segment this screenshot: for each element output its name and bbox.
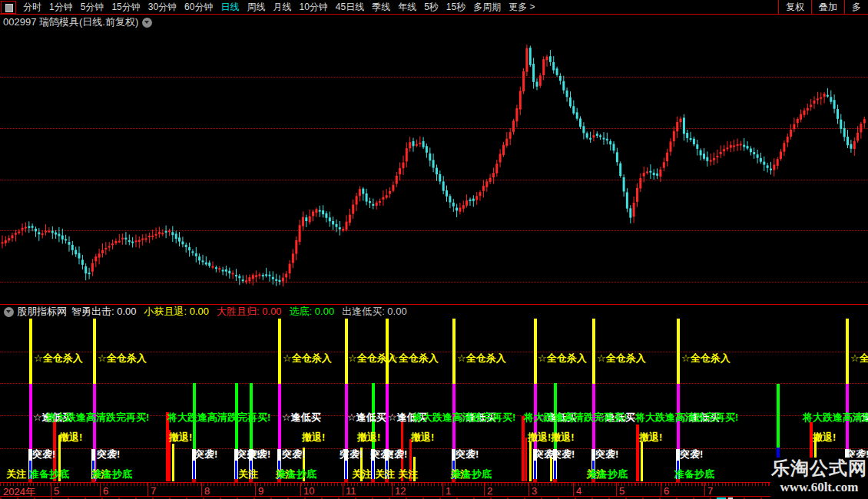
month-label: 6 xyxy=(664,485,669,497)
signal-label: 突袭! xyxy=(194,449,217,459)
signal-label: 撤退! xyxy=(639,432,662,442)
signal-bar xyxy=(169,430,171,481)
gridline xyxy=(0,383,868,384)
signal-label: 关注 xyxy=(6,469,26,479)
signal-label: 关注 xyxy=(238,469,258,479)
watermark-name: 乐淘公式网 xyxy=(770,458,868,479)
month-separator xyxy=(147,483,148,497)
signal-label: ☆逢低买 xyxy=(681,412,720,422)
month-label: 7 xyxy=(707,485,713,497)
signal-bar xyxy=(29,384,32,481)
signal-label: 准备抄底 xyxy=(29,469,69,479)
signal-bar xyxy=(452,319,456,384)
candlestick-chart[interactable] xyxy=(0,0,868,304)
signal-label: 关注 xyxy=(450,469,470,479)
signal-label: ☆逢低买 xyxy=(282,412,321,422)
month-separator xyxy=(442,483,443,497)
signal-label: ☆全仓杀入 xyxy=(34,353,83,363)
signal-bar xyxy=(193,383,196,449)
month-label: 9 xyxy=(258,485,263,497)
signal-bar xyxy=(386,319,389,384)
signal-bar xyxy=(303,448,305,481)
signal-label: 撤退!撤退! xyxy=(528,432,575,442)
signal-label: 突袭! xyxy=(237,449,260,459)
raid-marker-core xyxy=(372,461,374,480)
month-label: 4 xyxy=(576,485,581,497)
signal-label: 突袭! xyxy=(384,449,407,459)
gridline xyxy=(0,415,868,416)
signal-bar xyxy=(641,441,643,481)
chevron-down-icon[interactable] xyxy=(4,307,14,317)
signal-label: 将大跌逢高清跌完再买! xyxy=(524,412,627,422)
month-label: 7 xyxy=(151,485,156,497)
signal-bar xyxy=(777,384,780,448)
signal-bar xyxy=(360,448,363,481)
raid-marker-outline xyxy=(371,449,375,482)
signal-label: 突袭! xyxy=(247,449,270,459)
raid-marker-core xyxy=(235,461,237,480)
signal-bar xyxy=(636,425,639,481)
raid-marker-outline xyxy=(385,449,389,482)
indicator-field-选底: 选底: 0.00 xyxy=(290,305,335,319)
signal-label: ☆逢低买 xyxy=(596,412,635,422)
month-separator xyxy=(573,483,574,497)
gridline xyxy=(0,352,868,352)
signal-label: ☆全仓杀入 xyxy=(98,353,147,363)
month-label: 5 xyxy=(619,485,624,497)
signal-label: 关注 xyxy=(586,469,606,479)
raid-marker-core xyxy=(677,461,679,480)
signal-label: 将大跌逢高清跌完再买! xyxy=(46,412,149,422)
raid-marker-outline xyxy=(533,449,537,482)
signal-label: ☆全仓杀入 xyxy=(597,353,646,363)
raid-marker-core xyxy=(592,461,595,480)
raid-marker-outline xyxy=(249,449,253,482)
month-separator xyxy=(51,483,51,497)
raid-marker-outline xyxy=(676,449,680,482)
gridline xyxy=(0,448,868,449)
raid-marker-core xyxy=(250,461,252,480)
signal-bar xyxy=(677,384,680,481)
signal-bar xyxy=(278,384,281,481)
month-separator xyxy=(300,483,301,497)
signal-bar xyxy=(93,319,96,384)
signal-label: 准备抄底 xyxy=(674,469,714,479)
month-label: 12 xyxy=(395,485,406,497)
indicator-field-小获且退: 小获且退: 0.00 xyxy=(144,305,210,319)
indicator-source-label: 股朋指标网 xyxy=(17,305,67,319)
trading-app-window: 分时1分钟5分钟15分钟30分钟60分钟日线周线月线10分钟45日线季线年线5秒… xyxy=(0,0,868,499)
signal-label: ☆全仓杀入 xyxy=(283,353,332,363)
signal-bar xyxy=(846,319,849,384)
signal-label: 关注 xyxy=(375,469,395,479)
signal-label: 关注 xyxy=(275,469,295,479)
signal-label: ☆逢低买 xyxy=(347,412,386,422)
signal-label: 关注 xyxy=(398,469,418,479)
signal-bar xyxy=(592,319,595,384)
month-label: 5 xyxy=(54,485,59,497)
signal-bar xyxy=(592,384,595,481)
raid-marker-outline xyxy=(452,449,456,482)
signal-bar xyxy=(677,319,680,384)
signal-label: 关注 xyxy=(91,469,111,479)
indicator-field-智勇出击: 智勇出击: 0.00 xyxy=(71,305,137,319)
signal-label: 撤退! xyxy=(169,432,192,442)
signal-label: 突袭! xyxy=(340,449,363,459)
signal-bar xyxy=(372,383,375,449)
month-separator xyxy=(704,483,705,497)
month-label: 6 xyxy=(103,485,108,497)
month-label: 11 xyxy=(346,485,356,497)
signal-bar xyxy=(235,383,238,449)
signal-bar xyxy=(166,412,169,481)
indicator-header: 股朋指标网 智勇出击: 0.00小获且退: 0.00大胜且归: 0.00选底: … xyxy=(0,306,868,318)
signal-bar xyxy=(278,319,281,384)
signal-bar xyxy=(534,384,537,481)
raid-marker-outline xyxy=(28,449,32,482)
date-axis[interactable]: 2024年567891011121234567 xyxy=(0,482,868,497)
raid-marker-outline xyxy=(591,449,595,482)
month-separator xyxy=(484,483,485,497)
month-label: 1 xyxy=(446,485,451,497)
signal-label: 撤退! xyxy=(411,432,434,442)
signal-label: 突袭! xyxy=(534,449,557,459)
month-separator xyxy=(616,483,617,497)
raid-marker-outline xyxy=(192,449,196,482)
signal-label: 撤退! xyxy=(59,432,82,442)
